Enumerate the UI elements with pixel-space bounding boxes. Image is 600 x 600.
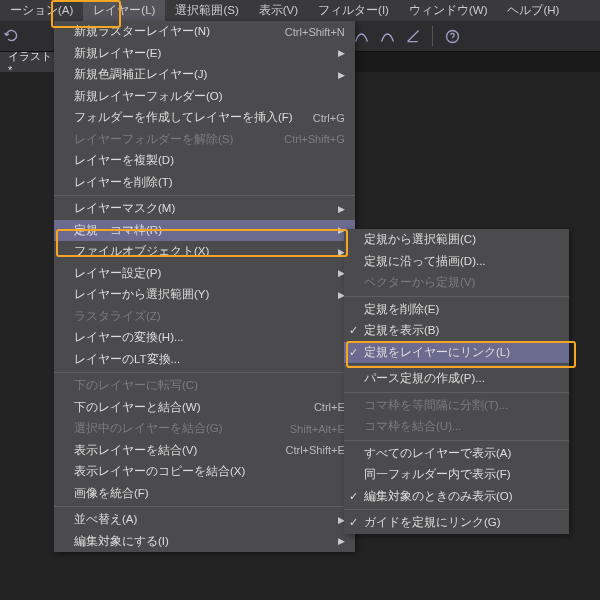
- menu-item-label: 新規レイヤーフォルダー(O): [74, 89, 345, 104]
- menu-help[interactable]: ヘルプ(H): [497, 0, 569, 21]
- shortcut-label: Shift+Alt+E: [290, 423, 345, 435]
- menu-item-label: 新規ラスターレイヤー(N): [74, 24, 265, 39]
- menu-item-label: レイヤーのLT変換...: [74, 352, 345, 367]
- menu-item[interactable]: レイヤーのLT変換...: [54, 349, 355, 371]
- check-icon: ✓: [349, 490, 358, 503]
- check-icon: ✓: [349, 346, 358, 359]
- menu-item: コマ枠を結合(U)...: [344, 416, 569, 438]
- shortcut-label: Ctrl+G: [313, 112, 345, 124]
- menu-item-label: 編集対象にする(I): [74, 534, 338, 549]
- menubar[interactable]: ーション(A) レイヤー(L) 選択範囲(S) 表示(V) フィルター(I) ウ…: [0, 0, 600, 21]
- menu-item-label: 画像を統合(F): [74, 486, 345, 501]
- menu-window[interactable]: ウィンドウ(W): [399, 0, 498, 21]
- menu-item[interactable]: 新規色調補正レイヤー(J)▶: [54, 64, 355, 86]
- menu-selection[interactable]: 選択範囲(S): [165, 0, 248, 21]
- menu-item[interactable]: ✓編集対象のときのみ表示(O): [344, 486, 569, 508]
- menu-item-label: 下のレイヤーに転写(C): [74, 378, 345, 393]
- menu-item-label: 選択中のレイヤーを結合(G): [74, 421, 270, 436]
- menu-item[interactable]: レイヤーマスク(M)▶: [54, 198, 355, 220]
- menu-item[interactable]: 画像を統合(F): [54, 483, 355, 505]
- menu-item[interactable]: 表示レイヤーのコピーを結合(X): [54, 461, 355, 483]
- menu-item[interactable]: 新規ラスターレイヤー(N)Ctrl+Shift+N: [54, 21, 355, 43]
- menu-item-label: 同一フォルダー内で表示(F): [364, 467, 559, 482]
- submenu-arrow-icon: ▶: [338, 48, 345, 58]
- curve2-icon[interactable]: [376, 25, 398, 47]
- menu-item[interactable]: レイヤーの変換(H)...: [54, 327, 355, 349]
- shortcut-label: Ctrl+E: [314, 401, 345, 413]
- menu-item-label: 新規色調補正レイヤー(J): [74, 67, 338, 82]
- menu-item[interactable]: 下のレイヤーと結合(W)Ctrl+E: [54, 397, 355, 419]
- menu-item: レイヤーフォルダーを解除(S)Ctrl+Shift+G: [54, 129, 355, 151]
- menu-item-label: ガイドを定規にリンク(G): [364, 515, 559, 530]
- menu-item: ラスタライズ(Z): [54, 306, 355, 328]
- menu-item-label: レイヤーの変換(H)...: [74, 330, 345, 345]
- shortcut-label: Ctrl+Shift+N: [285, 26, 345, 38]
- menu-item[interactable]: 新規レイヤー(E)▶: [54, 43, 355, 65]
- menu-item[interactable]: 新規レイヤーフォルダー(O): [54, 86, 355, 108]
- submenu-arrow-icon: ▶: [338, 70, 345, 80]
- menu-item-label: 定規を削除(E): [364, 302, 559, 317]
- menu-item[interactable]: すべてのレイヤーで表示(A): [344, 443, 569, 465]
- shortcut-label: Ctrl+Shift+E: [285, 444, 344, 456]
- menu-item[interactable]: 定規から選択範囲(C): [344, 229, 569, 251]
- submenu-arrow-icon: ▶: [338, 536, 345, 546]
- menu-item-label: レイヤーフォルダーを解除(S): [74, 132, 264, 147]
- menu-item[interactable]: レイヤーから選択範囲(Y)▶: [54, 284, 355, 306]
- menu-item[interactable]: 編集対象にする(I)▶: [54, 531, 355, 553]
- menu-item-label: 表示レイヤーのコピーを結合(X): [74, 464, 345, 479]
- menu-item-label: レイヤーマスク(M): [74, 201, 338, 216]
- menu-item-label: レイヤーを複製(D): [74, 153, 345, 168]
- help-icon[interactable]: [441, 25, 463, 47]
- menu-item[interactable]: 定規を削除(E): [344, 299, 569, 321]
- menu-item-label: 編集対象のときのみ表示(O): [364, 489, 559, 504]
- menu-item-label: レイヤーから選択範囲(Y): [74, 287, 338, 302]
- angle-icon[interactable]: [402, 25, 424, 47]
- menu-item[interactable]: ✓定規を表示(B): [344, 320, 569, 342]
- menu-item-label: すべてのレイヤーで表示(A): [364, 446, 559, 461]
- menu-layer[interactable]: レイヤー(L): [83, 0, 165, 21]
- menu-item-label: 並べ替え(A): [74, 512, 338, 527]
- menu-item: コマ枠を等間隔に分割(T)...: [344, 395, 569, 417]
- menu-animation[interactable]: ーション(A): [0, 0, 83, 21]
- menu-item[interactable]: 定規・コマ枠(R)▶: [54, 220, 355, 242]
- menu-item: 下のレイヤーに転写(C): [54, 375, 355, 397]
- document-tab[interactable]: イラスト*: [0, 52, 61, 72]
- menu-item[interactable]: ✓ガイドを定規にリンク(G): [344, 512, 569, 534]
- layer-dropdown[interactable]: 新規ラスターレイヤー(N)Ctrl+Shift+N新規レイヤー(E)▶新規色調補…: [54, 21, 355, 552]
- menu-item-label: 定規に沿って描画(D)...: [364, 254, 559, 269]
- menu-item: 選択中のレイヤーを結合(G)Shift+Alt+E: [54, 418, 355, 440]
- check-icon: ✓: [349, 516, 358, 529]
- shortcut-label: Ctrl+Shift+G: [284, 133, 345, 145]
- menu-item-label: 定規をレイヤーにリンク(L): [364, 345, 559, 360]
- menu-item[interactable]: 表示レイヤーを結合(V)Ctrl+Shift+E: [54, 440, 355, 462]
- menu-item[interactable]: 同一フォルダー内で表示(F): [344, 464, 569, 486]
- menu-item-label: コマ枠を等間隔に分割(T)...: [364, 398, 559, 413]
- menu-item[interactable]: 定規に沿って描画(D)...: [344, 251, 569, 273]
- menu-item-label: フォルダーを作成してレイヤーを挿入(F): [74, 110, 293, 125]
- menu-item[interactable]: フォルダーを作成してレイヤーを挿入(F)Ctrl+G: [54, 107, 355, 129]
- menu-item[interactable]: レイヤーを複製(D): [54, 150, 355, 172]
- menu-item-label: レイヤー設定(P): [74, 266, 338, 281]
- menu-item-label: ファイルオブジェクト(X): [74, 244, 338, 259]
- menu-item-label: ラスタライズ(Z): [74, 309, 345, 324]
- menu-item-label: コマ枠を結合(U)...: [364, 419, 559, 434]
- menu-item-label: パース定規の作成(P)...: [364, 371, 559, 386]
- menu-item[interactable]: ファイルオブジェクト(X)▶: [54, 241, 355, 263]
- menu-item[interactable]: パース定規の作成(P)...: [344, 368, 569, 390]
- ruler-submenu[interactable]: 定規から選択範囲(C)定規に沿って描画(D)...ベクターから定規(V)定規を削…: [344, 229, 569, 534]
- undo-icon[interactable]: [0, 24, 22, 46]
- menu-filter[interactable]: フィルター(I): [308, 0, 399, 21]
- menu-item-label: 新規レイヤー(E): [74, 46, 338, 61]
- menu-item-label: 下のレイヤーと結合(W): [74, 400, 294, 415]
- menu-item-label: 定規・コマ枠(R): [74, 223, 338, 238]
- menu-item-label: レイヤーを削除(T): [74, 175, 345, 190]
- menu-view[interactable]: 表示(V): [249, 0, 308, 21]
- menu-item[interactable]: 並べ替え(A)▶: [54, 509, 355, 531]
- menu-item-label: ベクターから定規(V): [364, 275, 559, 290]
- menu-item[interactable]: レイヤーを削除(T): [54, 172, 355, 194]
- menu-item: ベクターから定規(V): [344, 272, 569, 294]
- submenu-arrow-icon: ▶: [338, 204, 345, 214]
- menu-item-label: 定規から選択範囲(C): [364, 232, 559, 247]
- menu-item[interactable]: ✓定規をレイヤーにリンク(L): [344, 342, 569, 364]
- menu-item[interactable]: レイヤー設定(P)▶: [54, 263, 355, 285]
